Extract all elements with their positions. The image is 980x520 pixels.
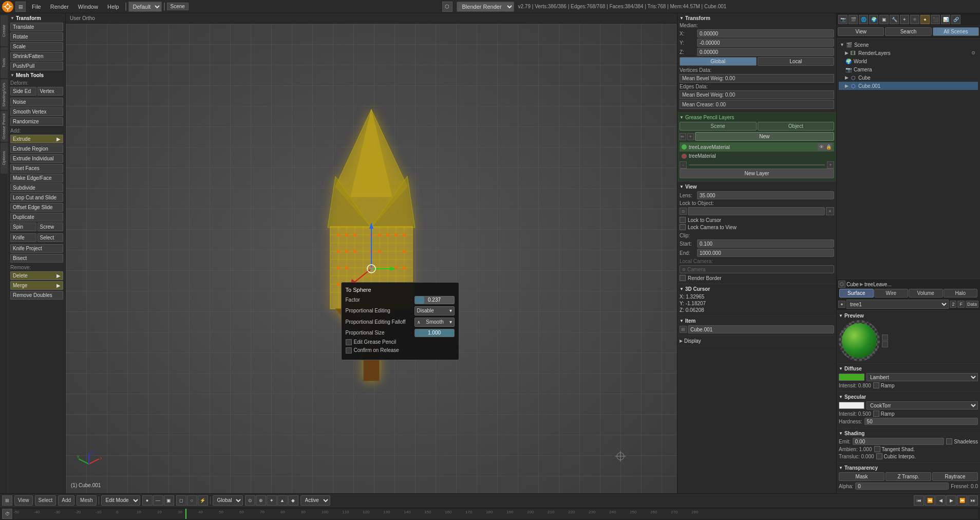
lock-clear-icon[interactable]: ×: [826, 207, 834, 215]
display-title[interactable]: ▶ Display: [680, 338, 834, 344]
data-btn[interactable]: Data: [966, 301, 978, 308]
search-btn[interactable]: Search: [885, 27, 931, 36]
knife-project-btn[interactable]: Knife Project: [10, 244, 63, 253]
noise-btn[interactable]: Noise: [10, 98, 63, 106]
translate-btn[interactable]: Translate: [10, 23, 63, 31]
tab-tools[interactable]: Tools: [1, 47, 8, 78]
item-value[interactable]: Cube.001: [688, 325, 834, 333]
play-fwd-btn[interactable]: ▶: [946, 495, 956, 506]
diffuse-color-swatch[interactable]: [839, 374, 864, 381]
face-mode-btn[interactable]: ▣: [164, 495, 174, 506]
view-scene-btn[interactable]: View: [838, 27, 884, 36]
screw-btn[interactable]: Screw: [37, 222, 64, 231]
gp-new-btn[interactable]: New: [695, 132, 834, 141]
viewport-icon[interactable]: ⊞: [2, 495, 12, 506]
start-value[interactable]: 0.100: [697, 239, 834, 248]
offset-edge-btn[interactable]: Offset Edge Slide: [10, 203, 63, 212]
last-key-btn[interactable]: ⏭: [968, 495, 978, 506]
smooth-vertex-btn[interactable]: Smooth Vertex: [10, 107, 63, 116]
rotate-btn[interactable]: Rotate: [10, 32, 63, 41]
view-menu-btn[interactable]: View: [14, 495, 33, 506]
emit-value[interactable]: 0.00: [853, 438, 945, 445]
play-btn[interactable]: ⏮: [914, 495, 924, 506]
make-edge-face-btn[interactable]: Make Edge/Face: [10, 174, 63, 182]
obj-prop-icon[interactable]: ▣: [879, 15, 889, 24]
tab-halo[interactable]: Halo: [944, 289, 978, 298]
spin-btn[interactable]: Spin: [10, 222, 36, 231]
push-pull-btn[interactable]: Push/Pull: [10, 62, 63, 70]
gp-add-icon[interactable]: +: [687, 133, 694, 140]
z-transp-btn[interactable]: Z Transp.: [885, 472, 931, 481]
texture-icon[interactable]: ⬛: [931, 15, 940, 24]
vertex-btn[interactable]: Vertex: [37, 87, 64, 96]
cubic-check[interactable]: [876, 453, 882, 459]
timeline-ruler[interactable]: -50 -40 -30 -20 -10 0 10 20 30 40 50 60 …: [13, 509, 978, 519]
shadeless-check[interactable]: [946, 438, 952, 444]
diffuse-shader-select[interactable]: Lambert: [866, 373, 978, 381]
remove-doubles-btn[interactable]: Remove Doubles: [10, 291, 63, 300]
select-btn[interactable]: Select: [37, 233, 64, 242]
tab-options[interactable]: Options: [1, 143, 8, 174]
extrude-btn[interactable]: Extrude▶: [10, 135, 63, 143]
merge-btn[interactable]: Merge▶: [10, 281, 63, 290]
pivot-btn2[interactable]: ⊕: [256, 495, 266, 506]
material-select[interactable]: tree1: [846, 300, 949, 309]
modifier-icon[interactable]: 🔧: [890, 15, 899, 24]
factor-bar[interactable]: 0.237: [414, 296, 455, 304]
render-layers-item[interactable]: ▶ 🎞 RenderLayers ⚙: [839, 49, 978, 57]
tab-grease-pencil[interactable]: Grease Pencil: [1, 111, 8, 142]
viewport[interactable]: User Ortho: [66, 13, 677, 493]
mat-num-users[interactable]: 2: [950, 301, 956, 308]
pivot-btn5[interactable]: ◆: [288, 495, 298, 506]
tab-shading-uvs[interactable]: Shading/UVs: [1, 79, 8, 110]
ramp-check[interactable]: [873, 382, 879, 388]
cube-item[interactable]: ▶ ⬡ Cube: [839, 73, 978, 82]
spec-color-swatch[interactable]: [839, 402, 864, 409]
material-icon[interactable]: ●: [920, 15, 930, 24]
constraint-icon[interactable]: 🔗: [951, 15, 960, 24]
side-ed-btn[interactable]: Side Ed: [10, 87, 36, 96]
z-value[interactable]: 0.00000: [697, 48, 834, 56]
mask-btn[interactable]: Mask: [839, 472, 884, 481]
duplicate-btn[interactable]: Duplicate: [10, 213, 63, 221]
end-value[interactable]: 1000.000: [697, 249, 834, 257]
select-menu-btn[interactable]: Select: [35, 495, 56, 506]
scene-root-item[interactable]: ▼ 🎬 Scene: [839, 41, 978, 49]
physics-icon[interactable]: ⚛: [910, 15, 919, 24]
world-icon[interactable]: 🌍: [869, 15, 878, 24]
pivot-btn4[interactable]: ▲: [277, 495, 288, 506]
raytrace-btn[interactable]: Raytrace: [932, 472, 978, 481]
bisect-btn[interactable]: Bisect: [10, 254, 63, 263]
x-value[interactable]: 0.00000: [697, 29, 834, 38]
data-icon[interactable]: 📊: [941, 15, 950, 24]
all-scenes-btn[interactable]: All Scenes: [933, 27, 979, 36]
gp-plus-icon[interactable]: +: [827, 161, 834, 169]
menu-file[interactable]: File: [28, 3, 45, 11]
gp-pencil-icon[interactable]: ✏: [680, 133, 686, 140]
layer1-eye[interactable]: 👁: [818, 143, 825, 151]
render-border-check[interactable]: [680, 275, 686, 281]
lens-value[interactable]: 35.000: [697, 191, 834, 199]
mat-f-btn[interactable]: F: [957, 301, 965, 308]
camera-prop-icon[interactable]: 📷: [838, 15, 847, 24]
new-layer-btn[interactable]: New Layer: [680, 169, 834, 178]
scale-btn[interactable]: Scale: [10, 42, 63, 51]
scene-prop-icon[interactable]: 🌐: [859, 15, 868, 24]
knife-btn[interactable]: Knife: [10, 233, 36, 242]
alpha-value[interactable]: 0: [855, 482, 949, 490]
viewport-canvas[interactable]: X Y Z (1) Cube.001 To Spher: [66, 24, 677, 493]
confirm-check[interactable]: [346, 347, 352, 354]
edge-mode-btn[interactable]: —: [153, 495, 163, 506]
timeline-icon[interactable]: ⏱: [2, 509, 12, 519]
mean-crease-field[interactable]: Mean Crease: 0.00: [680, 100, 834, 109]
prop-edit-select[interactable]: Disable▾: [414, 306, 455, 315]
y-value[interactable]: -0.00000: [697, 39, 834, 47]
tab-surface[interactable]: Surface: [839, 289, 874, 298]
mesh-menu-btn[interactable]: Mesh: [77, 495, 96, 506]
hardness-value[interactable]: 50: [864, 418, 978, 425]
tab-create[interactable]: Create: [1, 15, 8, 46]
render-layers-icon2[interactable]: ⚙: [970, 49, 977, 57]
tab-volume[interactable]: Volume: [909, 289, 943, 298]
spec-ramp-check[interactable]: [873, 411, 879, 417]
grease-pencil-checkbox[interactable]: Edit Grease Pencil: [346, 339, 397, 345]
